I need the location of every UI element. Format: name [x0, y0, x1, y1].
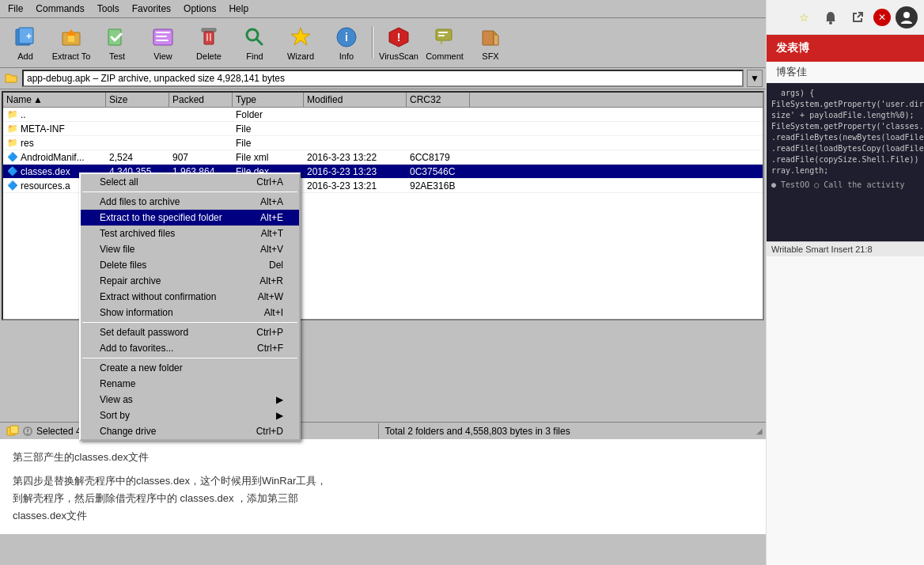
external-link-icon[interactable]: [846, 6, 869, 28]
blogger-label: 博客佳: [767, 62, 924, 83]
code-line: FileSystem.getProperty('user.dir') + '/e…: [771, 99, 919, 110]
bottom-line1: 第三部产生的classes.dex文件: [13, 449, 753, 466]
ctx-item-shortcut: Alt+R: [259, 275, 283, 286]
ctx-menu-item[interactable]: Show information Alt+I: [81, 305, 299, 320]
notification-icon[interactable]: [820, 6, 842, 28]
ctx-item-shortcut: Alt+V: [260, 244, 283, 255]
menu-file[interactable]: File: [3, 2, 28, 16]
svg-rect-24: [438, 32, 448, 33]
ctx-menu-item[interactable]: View file Alt+V: [81, 241, 299, 257]
svg-rect-14: [210, 33, 211, 41]
ctx-menu-item[interactable]: Create a new folder: [81, 360, 299, 376]
file-crc32: 6CC8179: [407, 151, 470, 164]
context-menu: Select all Ctrl+A Add files to archive A…: [79, 173, 301, 441]
ctx-menu-item[interactable]: Add files to archive Alt+A: [81, 194, 299, 210]
toolbar-wizard[interactable]: Wizard: [278, 21, 323, 64]
menu-favorites[interactable]: Favorites: [127, 2, 176, 16]
menu-bar: File Commands Tools Favorites Options He…: [0, 0, 766, 18]
ctx-item-shortcut: Alt+T: [261, 228, 283, 239]
ctx-item-shortcut: Ctrl+P: [256, 327, 283, 338]
toolbar-extract[interactable]: Extract To: [49, 21, 93, 64]
col-header-crc32[interactable]: CRC32: [407, 93, 470, 107]
menu-commands[interactable]: Commands: [31, 2, 89, 16]
ctx-menu-item[interactable]: Select all Ctrl+A: [81, 174, 299, 190]
file-modified: 2016-3-23 13:21: [304, 180, 407, 192]
file-name-cell: 📁 ..: [3, 108, 106, 122]
ctx-menu-item[interactable]: Extract to the specified folder Alt+E: [81, 210, 299, 226]
toolbar-view[interactable]: View: [141, 21, 185, 64]
ctx-menu-item[interactable]: Set default password Ctrl+P: [81, 324, 299, 340]
ctx-item-label: Delete files: [100, 260, 146, 271]
ctx-item-shortcut: Del: [269, 260, 283, 271]
bottom-line4: classes.dex文件: [13, 507, 753, 525]
ctx-menu-item[interactable]: Add to favorites... Ctrl+F: [81, 340, 299, 356]
add-icon: +: [13, 25, 38, 50]
ctx-item-label: Repair archive: [100, 275, 161, 286]
file-icon: 📁: [6, 123, 19, 135]
table-row[interactable]: 📁 res File: [3, 136, 763, 150]
toolbar-test[interactable]: Test: [95, 21, 139, 64]
address-dropdown[interactable]: ▼: [747, 70, 763, 87]
col-header-modified[interactable]: Modified: [304, 93, 407, 107]
ctx-menu-item[interactable]: Rename: [81, 376, 299, 392]
ctx-separator: [82, 322, 297, 323]
bottom-line2: 第四步是替换解壳程序中的classes.dex，这个时候用到WinRar工具，: [13, 472, 753, 490]
browser-toolbar: ☆ ✕: [767, 0, 924, 35]
svg-point-34: [829, 21, 832, 25]
ctx-item-label: View as: [100, 394, 133, 405]
file-modified: 2016-3-23 13:23: [304, 165, 407, 178]
file-name-cell: 🔷 AndroidManif...: [3, 150, 106, 165]
ctx-item-shortcut: Ctrl+D: [256, 426, 283, 437]
toolbar-find[interactable]: Find: [233, 21, 277, 64]
file-crc32: [407, 142, 470, 144]
ctx-menu-item[interactable]: Repair archive Alt+R: [81, 273, 299, 289]
svg-marker-23: [440, 40, 443, 45]
file-icon: 🔷: [6, 165, 19, 178]
extract-icon: [59, 25, 84, 50]
code-area: args) {FileSystem.getProperty('user.dir'…: [767, 83, 924, 241]
toolbar-add[interactable]: + Add: [3, 21, 47, 64]
svg-rect-25: [438, 35, 445, 36]
file-icon: 📁: [6, 108, 19, 121]
menu-tools[interactable]: Tools: [93, 2, 124, 16]
col-header-size[interactable]: Size: [106, 93, 169, 107]
ctx-menu-item[interactable]: Change drive Ctrl+D: [81, 423, 299, 439]
table-row[interactable]: 📁 META-INF File: [3, 122, 763, 136]
ctx-menu-item[interactable]: Sort by ▶: [81, 408, 299, 423]
post-button[interactable]: 发表博: [767, 35, 924, 62]
menu-help[interactable]: Help: [224, 2, 253, 16]
toolbar-comment[interactable]: Comment: [422, 21, 467, 64]
svg-text:!: !: [397, 31, 401, 44]
resize-handle[interactable]: ◢: [756, 427, 766, 436]
toolbar-separator: [372, 27, 373, 59]
ctx-menu-item[interactable]: Test archived files Alt+T: [81, 226, 299, 241]
ctx-menu-item[interactable]: Extract without confirmation Alt+W: [81, 289, 299, 305]
ctx-item-label: Sort by: [100, 410, 130, 421]
toolbar-virusscan[interactable]: ! VirusScan: [377, 21, 421, 64]
folder-nav-icon[interactable]: [3, 70, 19, 86]
ctx-item-label: Show information: [100, 307, 173, 318]
address-input[interactable]: [22, 70, 744, 87]
code-line: FileSystem.getProperty('classes.zip') + …: [771, 121, 919, 132]
col-header-name[interactable]: Name ▲: [3, 93, 106, 107]
table-row[interactable]: 🔷 AndroidManif... 2,524 907 File xml 201…: [3, 150, 763, 165]
col-header-packed[interactable]: Packed: [169, 93, 233, 107]
ctx-menu-item[interactable]: Delete files Del: [81, 257, 299, 273]
svg-rect-10: [156, 40, 169, 41]
ctx-item-label: Set default password: [100, 327, 188, 338]
table-row[interactable]: 📁 .. Folder: [3, 108, 763, 122]
menu-options[interactable]: Options: [179, 2, 221, 16]
col-header-type[interactable]: Type: [233, 93, 304, 107]
svg-rect-26: [483, 31, 494, 45]
toolbar-info[interactable]: i Info: [324, 21, 369, 64]
close-icon[interactable]: ✕: [873, 9, 891, 26]
ctx-menu-item[interactable]: View as ▶: [81, 392, 299, 408]
ctx-item-shortcut: Alt+A: [260, 196, 283, 207]
star-icon[interactable]: ☆: [793, 6, 815, 28]
code-line: size' + payloadFile.length%0);: [771, 110, 919, 121]
toolbar-delete[interactable]: Delete: [187, 21, 231, 64]
user-avatar[interactable]: [896, 6, 918, 28]
ctx-item-shortcut: Alt+I: [264, 307, 283, 318]
file-list-header: Name ▲ Size Packed Type Modified CRC32: [3, 93, 763, 108]
toolbar-sfx[interactable]: SFX: [468, 21, 513, 64]
